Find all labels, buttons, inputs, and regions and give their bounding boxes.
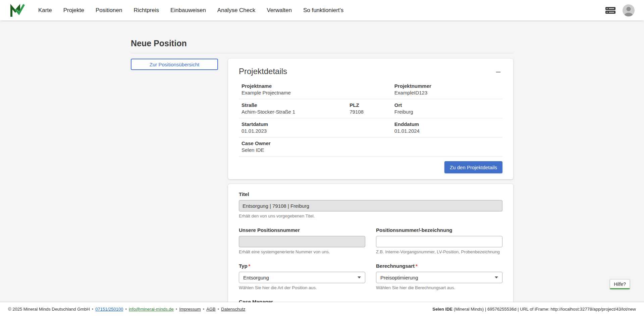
field-case-owner: Case Owner Selen IDE <box>239 137 502 156</box>
back-to-positions-button[interactable]: Zur Positionsübersicht <box>131 59 218 70</box>
top-nav: Karte Projekte Positionen Richtpreis Ein… <box>0 0 644 20</box>
titel-input <box>239 200 502 211</box>
nav-item-richtpreis[interactable]: Richtpreis <box>133 7 159 14</box>
positionsnummer-input <box>239 236 365 247</box>
table-row: Straße Achim-Stocker-Straße 1 PLZ 79108 … <box>239 99 502 118</box>
field-value: ExampleID123 <box>394 90 500 96</box>
project-details-title: Projektdetails <box>239 67 287 76</box>
bezeichnung-helper: Z.B. Interne-Vorgangsnummer, LV-Position… <box>376 249 502 254</box>
field-projektname: Projektname Example Projectname <box>239 80 392 99</box>
server-icon[interactable] <box>605 6 616 14</box>
footer-email-link[interactable]: info@mineral-minds.de <box>129 307 174 312</box>
typ-label: Typ* <box>239 263 365 269</box>
footer-user: Selen IDE <box>432 307 452 312</box>
field-value: Selen IDE <box>241 147 500 153</box>
separator: • <box>92 307 94 312</box>
form-row-type: Typ* Entsorgung Wählen Sie hier die Art … <box>239 263 502 290</box>
field-label: Startdatum <box>241 121 389 127</box>
bezeichnung-input[interactable] <box>376 236 502 247</box>
field-label: PLZ <box>350 102 389 108</box>
positionsnummer-helper: Erhält eine systemgenerierte Nummer von … <box>239 249 365 254</box>
field-label: Projektnummer <box>394 83 500 89</box>
field-value: 01.01.2024 <box>394 128 500 134</box>
field-value: Example Projectname <box>241 90 389 96</box>
typ-helper: Wählen Sie hier die Art der Position aus… <box>239 285 365 290</box>
project-details-table: Projektname Example Projectname Projektn… <box>239 80 502 156</box>
footer-meta: (Mineral Minds) | 69576255536d | URL of … <box>452 307 636 312</box>
mineral-minds-logo-icon <box>9 4 25 17</box>
required-marker: * <box>249 263 251 269</box>
copyright-text: © 2025 Mineral Minds Deutschland GmbH <box>8 307 90 312</box>
field-label: Enddatum <box>394 121 500 127</box>
berechnungsart-helper: Wählen Sie hier die Berechnungsart aus. <box>376 285 502 290</box>
page-title: Neue Position <box>131 39 513 48</box>
bezeichnung-label: Positionsnummer/-bezeichnung <box>376 227 502 233</box>
titel-helper: Erhält den von uns vorgegebenen Titel. <box>239 213 502 218</box>
nav-item-projekte[interactable]: Projekte <box>63 7 84 14</box>
field-plz: PLZ 79108 <box>347 99 392 118</box>
berechnungsart-select-value: Preisoptimierung <box>380 275 418 280</box>
table-row: Projektname Example Projectname Projektn… <box>239 80 502 99</box>
field-enddatum: Enddatum 01.01.2024 <box>392 118 502 137</box>
nav-item-einbauweisen[interactable]: Einbauweisen <box>170 7 206 14</box>
field-value: 01.01.2023 <box>241 128 389 134</box>
table-row: Startdatum 01.01.2023 Enddatum 01.01.202… <box>239 118 502 137</box>
positionsnummer-group: Unsere Positionsnummer Erhält eine syste… <box>239 227 365 254</box>
field-label: Case Owner <box>241 140 500 146</box>
footer-right: Selen IDE (Mineral Minds) | 69576255536d… <box>432 307 636 312</box>
main-nav-links: Karte Projekte Positionen Richtpreis Ein… <box>38 7 343 14</box>
logo[interactable] <box>9 4 25 17</box>
form-row-numbers: Unsere Positionsnummer Erhält eine syste… <box>239 227 502 254</box>
titel-label: Titel <box>239 191 502 197</box>
new-position-form-card: Titel Erhält den von uns vorgegebenen Ti… <box>228 184 513 316</box>
separator: • <box>125 307 127 312</box>
footer-agb-link[interactable]: AGB <box>206 307 215 312</box>
berechnungsart-label: Berechnungsart* <box>376 263 502 269</box>
nav-right-icons <box>605 4 635 16</box>
table-row: Case Owner Selen IDE <box>239 137 502 156</box>
content-layout: Zur Positionsübersicht Projektdetails – … <box>131 59 513 316</box>
titel-group: Titel Erhält den von uns vorgegebenen Ti… <box>239 191 502 218</box>
field-strasse: Straße Achim-Stocker-Straße 1 <box>239 99 347 118</box>
required-marker: * <box>416 263 418 269</box>
berechnungsart-label-text: Berechnungsart <box>376 263 415 269</box>
main-content: Neue Position Zur Positionsübersicht Pro… <box>131 20 513 316</box>
footer-impressum-link[interactable]: Impressum <box>179 307 201 312</box>
go-to-project-details-button[interactable]: Zu den Projektdetails <box>444 161 502 173</box>
footer-datenschutz-link[interactable]: Datenschutz <box>221 307 245 312</box>
field-label: Ort <box>394 102 500 108</box>
chevron-down-icon <box>495 276 498 278</box>
nav-item-karte[interactable]: Karte <box>38 7 52 14</box>
typ-group: Typ* Entsorgung Wählen Sie hier die Art … <box>239 263 365 290</box>
typ-select[interactable]: Entsorgung <box>239 272 365 283</box>
field-label: Straße <box>241 102 344 108</box>
typ-label-text: Typ <box>239 263 248 269</box>
typ-select-value: Entsorgung <box>243 275 269 280</box>
footer: © 2025 Mineral Minds Deutschland GmbH • … <box>0 302 644 316</box>
nav-item-verwalten[interactable]: Verwalten <box>267 7 292 14</box>
field-value: Freiburg <box>394 109 500 115</box>
separator: • <box>203 307 205 312</box>
project-details-actions: Zu den Projektdetails <box>239 161 502 173</box>
footer-left: © 2025 Mineral Minds Deutschland GmbH • … <box>8 307 246 312</box>
title-divider <box>131 53 513 53</box>
left-column: Zur Positionsübersicht <box>131 59 218 70</box>
bezeichnung-group: Positionsnummer/-bezeichnung Z.B. Intern… <box>376 227 502 254</box>
project-details-header: Projektdetails – <box>239 67 502 76</box>
user-avatar[interactable] <box>623 4 635 16</box>
right-column: Projektdetails – Projektname Example Pro… <box>228 59 513 316</box>
berechnungsart-group: Berechnungsart* Preisoptimierung Wählen … <box>376 263 502 290</box>
nav-item-positionen[interactable]: Positionen <box>96 7 122 14</box>
positionsnummer-label: Unsere Positionsnummer <box>239 227 365 233</box>
person-icon <box>623 4 635 16</box>
field-ort: Ort Freiburg <box>392 99 502 118</box>
nav-item-so-funktionierts[interactable]: So funktioniert's <box>303 7 343 14</box>
project-details-card: Projektdetails – Projektname Example Pro… <box>228 59 513 179</box>
collapse-icon[interactable]: – <box>494 67 502 75</box>
nav-item-analyse-check[interactable]: Analyse Check <box>217 7 255 14</box>
field-projektnummer: Projektnummer ExampleID123 <box>392 80 502 99</box>
separator: • <box>218 307 219 312</box>
help-button[interactable]: Hilfe? <box>610 279 630 289</box>
berechnungsart-select[interactable]: Preisoptimierung <box>376 272 502 283</box>
footer-phone-link[interactable]: 07151/250100 <box>95 307 123 312</box>
